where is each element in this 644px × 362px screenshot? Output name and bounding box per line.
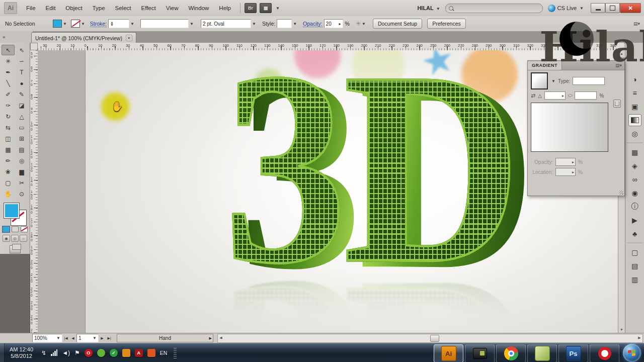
brush-definition-field[interactable]: 2 pt. Oval bbox=[201, 19, 251, 28]
ellipse-tool[interactable]: ● bbox=[15, 78, 28, 88]
preferences-button[interactable]: Preferences bbox=[427, 19, 466, 29]
width-tool[interactable]: ⇆ bbox=[2, 122, 15, 133]
tray-opera-icon[interactable]: O bbox=[85, 349, 93, 357]
menu-edit[interactable]: Edit bbox=[41, 0, 61, 16]
artboard-tool[interactable]: ▢ bbox=[2, 177, 15, 188]
symbol-sprayer-tool[interactable]: ❀ bbox=[2, 166, 15, 177]
style-dropdown-icon[interactable]: ▼ bbox=[293, 22, 297, 26]
menu-view[interactable]: View bbox=[161, 0, 184, 16]
tray-antivirus-icon[interactable]: ✓ bbox=[110, 349, 118, 357]
workspace-switcher[interactable]: HILAL ▼ bbox=[417, 5, 440, 11]
stop-location-field[interactable]: ▸ bbox=[555, 168, 576, 176]
taskbar-capture-button[interactable] bbox=[465, 344, 495, 362]
document-close-icon[interactable]: ✕ bbox=[126, 35, 132, 41]
select-similar-icon[interactable]: ✳ bbox=[356, 20, 361, 27]
draw-behind-button[interactable]: ◎ bbox=[11, 235, 19, 242]
zoom-tool[interactable]: ⊙ bbox=[15, 189, 28, 199]
pen-tool[interactable]: ✒ bbox=[2, 67, 15, 77]
fill-indicator[interactable] bbox=[4, 203, 19, 218]
gradient-panel-icon[interactable] bbox=[628, 114, 641, 126]
color-mode-button[interactable] bbox=[3, 226, 10, 232]
line-segment-tool[interactable]: ╲ bbox=[2, 78, 15, 88]
swatches-panel-icon[interactable]: ▦ bbox=[628, 146, 641, 158]
screen-mode-button[interactable] bbox=[10, 245, 21, 253]
lasso-tool[interactable]: ∽ bbox=[15, 56, 28, 66]
first-artboard-button[interactable]: |◀ bbox=[62, 334, 69, 342]
draw-normal-button[interactable]: ◉ bbox=[3, 235, 10, 242]
restore-button[interactable] bbox=[605, 3, 620, 13]
eyedropper-tool[interactable]: ✏ bbox=[2, 155, 15, 166]
opacity-label[interactable]: Opacity: bbox=[303, 21, 323, 27]
stroke-weight-label[interactable]: Stroke: bbox=[90, 21, 107, 27]
gradient-swatch-dropdown-icon[interactable]: ▼ bbox=[551, 79, 555, 83]
tray-messenger-icon[interactable] bbox=[97, 349, 105, 357]
show-desktop-button[interactable] bbox=[0, 343, 5, 362]
gradient-mode-button[interactable] bbox=[12, 226, 19, 232]
scale-tool[interactable]: △ bbox=[15, 111, 28, 122]
magic-wand-tool[interactable]: ✳ bbox=[2, 56, 15, 66]
horizontal-scrollbar[interactable]: ◀ ▶ bbox=[217, 334, 643, 343]
blend-tool[interactable]: ◎ bbox=[15, 155, 28, 166]
tray-network-icon[interactable] bbox=[51, 349, 57, 356]
selection-tool[interactable]: ↖ bbox=[2, 45, 15, 55]
arrange-documents-icon[interactable]: ▦ bbox=[260, 3, 272, 13]
taskbar-clock[interactable]: AM 12:40 5/8/2012 bbox=[10, 346, 33, 359]
start-button[interactable] bbox=[623, 344, 641, 362]
menu-type[interactable]: Type bbox=[88, 0, 110, 16]
menu-help[interactable]: Help bbox=[214, 0, 236, 16]
search-input[interactable] bbox=[455, 5, 533, 12]
document-tab[interactable]: Untitled-1* @ 100% (CMYK/Preview) ✕ bbox=[31, 32, 136, 43]
taskbar-opera-button[interactable] bbox=[590, 344, 619, 362]
actions-panel-icon[interactable]: ▶ bbox=[628, 214, 641, 226]
stroke-color-swatch[interactable] bbox=[71, 20, 80, 28]
scroll-down-icon[interactable]: ▼ bbox=[618, 326, 625, 333]
document-info-panel-icon[interactable]: ⓘ bbox=[628, 201, 641, 213]
delete-stop-icon[interactable] bbox=[613, 100, 621, 108]
artboards-panel-icon[interactable]: ▢ bbox=[628, 246, 641, 258]
gradient-slider[interactable] bbox=[531, 103, 608, 152]
scroll-right-icon[interactable]: ▶ bbox=[636, 334, 642, 341]
toolbar-collapse-button[interactable]: « bbox=[0, 31, 33, 43]
bridge-icon[interactable]: Br bbox=[245, 3, 257, 13]
previous-artboard-button[interactable]: ◀ bbox=[69, 334, 76, 342]
direct-selection-tool[interactable]: ⇖ bbox=[15, 45, 28, 55]
taskbar-media-button[interactable] bbox=[527, 344, 557, 362]
stop-opacity-field[interactable]: ▸ bbox=[555, 158, 576, 166]
type-tool[interactable]: T bbox=[15, 67, 28, 77]
transparency-panel-icon[interactable]: ◎ bbox=[628, 128, 641, 140]
close-button[interactable]: ✕ bbox=[620, 3, 641, 13]
fill-stroke-indicator[interactable] bbox=[4, 203, 26, 224]
shape-builder-tool[interactable]: ◫ bbox=[2, 133, 15, 144]
menu-file[interactable]: File bbox=[21, 0, 41, 16]
brush-dropdown-icon[interactable]: ▼ bbox=[252, 22, 256, 26]
none-mode-button[interactable] bbox=[21, 226, 28, 232]
attributes-panel-icon[interactable]: ◉ bbox=[628, 187, 641, 199]
paintbrush-tool[interactable]: ✐ bbox=[2, 89, 15, 100]
tray-language-indicator[interactable]: EN bbox=[160, 350, 168, 356]
pencil-tool[interactable]: ✎ bbox=[15, 89, 28, 100]
mesh-tool[interactable]: ▦ bbox=[2, 144, 15, 155]
panel-menu-icon[interactable]: ▤▾ bbox=[615, 63, 622, 68]
stroke-dropdown-icon[interactable]: ▼ bbox=[81, 22, 85, 26]
menu-object[interactable]: Object bbox=[60, 0, 87, 16]
blob-brush-tool[interactable]: ✑ bbox=[2, 100, 15, 111]
next-artboard-button[interactable]: ▶ bbox=[99, 334, 106, 342]
free-transform-tool[interactable]: ▭ bbox=[15, 122, 28, 133]
brushes-panel-icon[interactable]: ◈ bbox=[628, 160, 641, 172]
document-setup-button[interactable]: Document Setup bbox=[373, 19, 422, 29]
control-panel-menu-icon[interactable]: ▤▾ bbox=[633, 21, 640, 26]
rotate-tool[interactable]: ↻ bbox=[2, 111, 15, 122]
draw-inside-button[interactable]: ○ bbox=[20, 235, 27, 242]
cs-live-button[interactable]: CS Live ▼ bbox=[548, 5, 584, 12]
vertical-ruler[interactable]: 5 06 07 08 09 01 0 01 1 01 2 01 3 01 4 0… bbox=[30, 50, 38, 333]
fill-dropdown-icon[interactable]: ▼ bbox=[63, 22, 67, 26]
status-tool-indicator[interactable]: Hand▶ bbox=[117, 334, 213, 342]
horizontal-scroll-thumb[interactable] bbox=[430, 335, 439, 342]
panel-resize-grip[interactable] bbox=[619, 191, 623, 195]
tray-power-icon[interactable]: ↯ bbox=[41, 349, 46, 356]
arrange-documents-arrow-icon[interactable]: ▼ bbox=[276, 6, 280, 11]
tray-volume-icon[interactable]: ◄) bbox=[62, 349, 70, 356]
style-field[interactable] bbox=[277, 19, 292, 28]
slice-tool[interactable]: ✂ bbox=[15, 177, 28, 188]
status-menu-icon[interactable]: ▶ bbox=[209, 336, 212, 340]
